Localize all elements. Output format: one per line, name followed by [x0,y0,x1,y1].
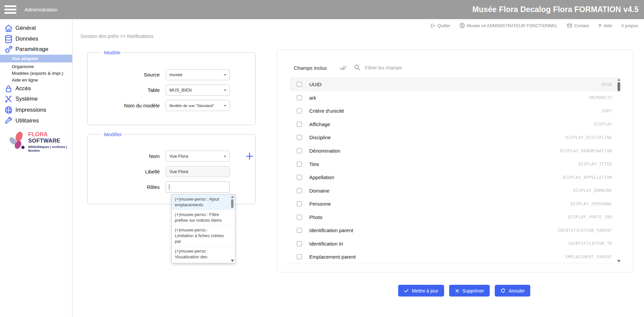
checkbox[interactable] [297,254,302,259]
field-row[interactable]: UUIDUUID [289,78,621,91]
checkbox[interactable] [297,201,302,206]
app-root: Administration Musée Flora Decalog Flora… [0,0,644,317]
filter-fields-input[interactable] [365,63,476,72]
gears-icon [4,45,13,54]
user-account-link[interactable]: Musée v4 ADMINISTRATEUR FONCTIONNEL [460,23,558,28]
butterfly-logo-icon [6,131,27,152]
field-row[interactable]: Critère d'unicitéSORT [289,104,621,118]
champs-scrollbar[interactable] [617,78,621,262]
field-row[interactable]: AppellationDISPLAY_APPELLATION [289,171,621,184]
libelle-label: Libellé [88,169,166,174]
libelle-field[interactable] [166,166,230,177]
update-button[interactable]: Mettre à jour [398,285,444,297]
sidebar-item-utilitaires[interactable]: Utilitaires [0,116,72,126]
field-code: IDENTIFICATION_TR [568,241,612,246]
question-icon: ? [598,23,601,29]
sidebar-item-general[interactable]: Général [0,23,72,33]
field-row[interactable]: Identification triIDENTIFICATION_TR [289,237,621,251]
checkbox[interactable] [297,228,302,233]
sidebar-item-acces[interactable]: Accès [0,84,72,94]
field-row[interactable]: TitreDISPLAY_TITRE [289,157,621,171]
field-row[interactable]: AffichageDISPLAY [289,118,621,131]
scrollbar-thumb[interactable] [618,82,620,91]
sidebar-subitem-organisme[interactable]: Organisme [0,63,72,70]
top-header-bar: Administration Musée Flora Decalog Flora… [0,0,644,19]
text-caret [169,184,169,190]
checkbox[interactable] [297,162,302,167]
champs-inclus-panel: Champs inclus UUIDUUID arkUNIMARC32 Crit… [277,50,633,272]
roles-label: Rôles [88,184,166,190]
checkbox[interactable] [297,82,302,87]
field-row[interactable]: DénominationDISPLAY_DENOMINATION [289,144,621,158]
nom-label: Nom [88,153,166,159]
sidebar-item-systeme[interactable]: Système [0,94,72,104]
checkbox[interactable] [297,95,302,100]
chevron-down-icon [224,74,226,76]
nom-select[interactable]: Vue Flora [166,151,230,162]
checkbox[interactable] [297,108,302,113]
module-title: Administration [24,0,57,19]
sidebar-subitem-aide-en-ligne[interactable]: Aide en ligne [0,76,72,84]
check-icon [404,288,409,293]
sidebar-item-impressions[interactable]: Impressions [0,105,72,115]
cancel-button[interactable]: Annuler [495,285,530,297]
roles-field[interactable] [166,181,230,193]
check-all-icon[interactable] [339,65,347,72]
field-row[interactable]: PhotoDISPLAY_PHOTO_INV [289,210,621,224]
scroll-down-icon[interactable] [231,260,234,262]
table-label: Table [88,87,166,93]
roles-dropdown-scrollbar[interactable] [230,196,234,262]
field-code: DISPLAY_APPELLATION [563,175,612,180]
field-code: UUID [602,82,612,87]
source-select[interactable]: musee [166,69,230,80]
checkbox[interactable] [297,135,302,140]
field-row[interactable]: DisciplineDISPLAY_DISCIPLINE [289,131,621,144]
top-link-bar: Quitter Musée v4 ADMINISTRATEUR FONCTION… [72,19,644,32]
roles-option[interactable]: (+)musee-perso : Ajout emplacements [172,195,235,210]
field-row[interactable]: DomaineDISPLAY_DOMAINE [289,184,621,197]
chevron-down-icon [224,105,226,107]
quit-link[interactable]: Quitter [430,23,450,28]
roles-option[interactable]: (+)musee-perso : Limitation à fiches cré… [172,225,235,247]
chevron-down-icon [224,90,226,91]
hamburger-menu-icon[interactable] [4,5,16,14]
checkbox[interactable] [297,241,302,246]
scroll-down-icon[interactable] [617,260,621,262]
checkbox[interactable] [297,175,302,180]
sidebar-subitem-modeles[interactable]: Modèles (exports & impr.) [0,70,72,77]
checkbox[interactable] [297,148,302,153]
brand-name: FLORA SOFTWARE [28,131,70,144]
search-icon [354,64,360,72]
field-code: DISPLAY_TITRE [579,162,612,166]
about-link[interactable]: A propos [621,23,638,28]
roles-option[interactable]: (+)musee-perso : Visualisation des [172,247,235,262]
contact-link[interactable]: Contact [567,23,589,28]
field-row[interactable]: Identification parentIDENTIFICATION_PARE… [289,224,621,237]
roles-option[interactable]: (+)musee-perso : Filtre préfixe sur noti… [172,210,235,225]
sidebar-subitem-vue-adaptee[interactable]: Vue adaptée [0,55,72,62]
help-link[interactable]: ? Aide [598,23,612,29]
field-row[interactable]: arkUNIMARC32 [289,91,621,105]
modele-legend: Modèle [102,50,123,55]
table-select[interactable]: MUS_BIEN [166,85,230,96]
checkbox[interactable] [297,215,302,220]
action-buttons: Mettre à jour Supprimer Annuler [398,285,530,297]
checkbox[interactable] [297,188,302,193]
add-view-button[interactable] [245,152,254,161]
scroll-up-icon[interactable] [231,196,234,198]
scroll-up-icon[interactable] [617,78,621,81]
tools-icon [4,95,13,104]
checkbox[interactable] [297,122,302,127]
model-name-select[interactable]: Modèle de vue "Standard" [166,100,230,111]
close-icon [455,288,460,293]
wrench-icon [4,116,13,125]
sidebar-item-parametrage[interactable]: Paramétrage [0,44,72,54]
field-row[interactable]: Emplacement parentEMPLACEMENT_PARENT [289,250,621,264]
sidebar-item-donnees[interactable]: Données [0,34,72,44]
scrollbar-thumb[interactable] [231,199,233,208]
field-code: EMPLACEMENT_PARENT [566,255,612,259]
field-row[interactable]: PersonneDISPLAY_PERSONNE [289,197,621,211]
delete-button[interactable]: Supprimer [449,285,490,297]
roles-dropdown: (+)musee-perso : Ajout emplacements (+)m… [171,194,235,263]
database-icon [4,35,13,44]
